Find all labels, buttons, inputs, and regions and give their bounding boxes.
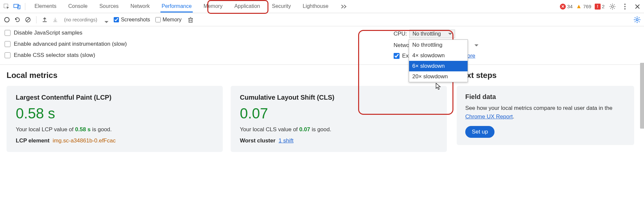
cls-desc-suffix: is good.	[310, 126, 331, 133]
scrollbar-thumb[interactable]	[640, 63, 644, 129]
errors-badge[interactable]: ✕ 34	[560, 4, 573, 10]
warnings-badge[interactable]: ▲ 769	[576, 3, 591, 10]
warning-icon: ▲	[576, 3, 582, 10]
setup-button[interactable]: Set up	[465, 126, 494, 138]
inspect-element-icon[interactable]	[2, 2, 11, 11]
settings-gear-icon[interactable]	[608, 2, 617, 11]
cls-title: Cumulative Layout Shift (CLS)	[240, 94, 438, 101]
disable-js-label: Disable JavaScript samples	[14, 30, 82, 36]
field-data-desc: See how your local metrics compare to re…	[465, 104, 626, 121]
close-icon[interactable]	[633, 2, 642, 11]
cpu-option-4x[interactable]: 4× slowdown	[409, 50, 468, 61]
more-tabs-icon[interactable]	[339, 2, 348, 11]
device-toolbar-icon[interactable]	[12, 2, 22, 11]
svg-point-10	[636, 18, 638, 21]
cpu-option-6x[interactable]: 6× slowdown	[409, 61, 468, 71]
screenshots-checkbox[interactable]: Screenshots	[114, 17, 150, 23]
reload-button[interactable]	[14, 16, 21, 23]
upload-button[interactable]	[41, 16, 48, 23]
kebab-menu-icon[interactable]	[620, 2, 630, 11]
main-content: Local metrics Largest Contentful Paint (…	[0, 65, 644, 158]
enable-css-label: Enable CSS selector stats (slow)	[14, 52, 95, 59]
svg-point-5	[624, 6, 626, 7]
lcp-value: 0.58 s	[16, 105, 214, 122]
error-icon: ✕	[560, 4, 566, 10]
recordings-placeholder: (no recordings)	[64, 17, 97, 22]
issues-count: 2	[602, 4, 605, 9]
disable-js-checkbox[interactable]: Disable JavaScript samples	[5, 30, 127, 36]
checkbox-box[interactable]	[5, 41, 11, 47]
lcp-card: Largest Contentful Paint (LCP) 0.58 s Yo…	[7, 86, 223, 152]
enable-css-checkbox[interactable]: Enable CSS selector stats (slow)	[5, 52, 127, 59]
recordings-dropdown[interactable]: (no recordings)	[62, 15, 110, 24]
tab-lighthouse[interactable]: Lighthouse	[301, 1, 330, 12]
field-data-card: Field data See how your local metrics co…	[457, 86, 634, 145]
screenshots-check-input[interactable]	[114, 17, 119, 22]
lcp-element-line: LCP element img.sc-a34861b-0.efFcac	[16, 137, 214, 144]
clear-button[interactable]	[24, 16, 32, 23]
metric-cards: Largest Contentful Paint (LCP) 0.58 s Yo…	[7, 86, 447, 152]
enable-paint-checkbox[interactable]: Enable advanced paint instrumentation (s…	[5, 41, 127, 47]
cls-worst-line: Worst cluster 1 shift	[240, 137, 438, 144]
field-desc-text: See how your local metrics compare to re…	[465, 105, 612, 111]
network-label: Netwo	[394, 42, 409, 49]
chevron-down-icon	[448, 33, 452, 35]
chevron-down-icon	[104, 21, 108, 23]
errors-count: 34	[567, 4, 573, 9]
lcp-element-label: LCP element	[16, 137, 50, 144]
tab-network[interactable]: Network	[129, 1, 151, 12]
lcp-desc-value: 0.58 s	[75, 126, 91, 133]
divider	[25, 3, 25, 10]
next-steps-section: Next steps Field data See how your local…	[457, 71, 634, 152]
cpu-throttle-row: CPU: No throttling	[394, 30, 478, 38]
svg-point-6	[624, 8, 626, 10]
tab-console[interactable]: Console	[67, 1, 89, 12]
checkbox-box[interactable]	[5, 30, 11, 36]
perf-toolbar: (no recordings) Screenshots Memory	[0, 13, 644, 26]
cls-value: 0.07	[240, 105, 438, 122]
tab-memory[interactable]: Memory	[202, 1, 224, 12]
tab-application[interactable]: Application	[233, 1, 261, 12]
lcp-desc-prefix: Your local LCP value of	[16, 126, 75, 133]
settings-left: Disable JavaScript samples Enable advanc…	[5, 30, 127, 59]
tab-elements[interactable]: Elements	[33, 1, 58, 12]
local-metrics-section: Local metrics Largest Contentful Paint (…	[7, 71, 447, 152]
screenshots-label: Screenshots	[121, 17, 150, 23]
tab-security[interactable]: Security	[270, 1, 292, 12]
issues-badge[interactable]: ! 2	[595, 4, 605, 10]
collect-garbage-icon[interactable]	[187, 16, 194, 23]
lcp-desc-suffix: is good.	[91, 126, 112, 133]
cpu-option-20x[interactable]: 20× slowdown	[409, 71, 468, 82]
local-metrics-title: Local metrics	[7, 71, 447, 80]
tabs-list: Elements Console Sources Network Perform…	[33, 1, 348, 12]
enable-paint-label: Enable advanced paint instrumentation (s…	[14, 41, 127, 47]
cls-shift-link[interactable]: 1 shift	[279, 137, 293, 144]
record-button[interactable]	[3, 16, 11, 23]
tab-sources[interactable]: Sources	[98, 1, 120, 12]
top-right-controls: ✕ 34 ▲ 769 ! 2	[560, 2, 642, 11]
warnings-count: 769	[583, 4, 591, 9]
crux-link[interactable]: Chrome UX Report	[465, 113, 513, 120]
capture-settings-panel: Disable JavaScript samples Enable advanc…	[0, 26, 644, 65]
issue-icon: !	[595, 4, 601, 10]
extensions-label: Ex	[402, 53, 409, 59]
download-button[interactable]	[52, 16, 59, 23]
extensions-checkbox[interactable]	[394, 53, 400, 59]
svg-point-3	[611, 6, 613, 8]
perf-settings-gear-icon[interactable]	[633, 16, 641, 23]
chevron-down-icon	[474, 44, 478, 46]
checkbox-box[interactable]	[5, 52, 11, 58]
cls-desc-value: 0.07	[299, 126, 310, 133]
memory-check-input[interactable]	[155, 17, 161, 22]
tab-performance[interactable]: Performance	[160, 1, 193, 12]
svg-point-4	[624, 4, 626, 5]
cpu-option-no-throttling[interactable]: No throttling	[409, 40, 468, 50]
cpu-throttle-select[interactable]: No throttling	[409, 30, 455, 38]
scrollbar[interactable]	[639, 63, 644, 181]
cpu-throttle-dropdown: No throttling 4× slowdown 6× slowdown 20…	[409, 39, 468, 82]
cls-desc: Your local CLS value of 0.07 is good.	[240, 126, 438, 133]
devtools-tabbar: Elements Console Sources Network Perform…	[0, 0, 644, 13]
memory-checkbox[interactable]: Memory	[155, 17, 182, 23]
lcp-element-value[interactable]: img.sc-a34861b-0.efFcac	[53, 137, 116, 144]
settings-right: CPU: No throttling Netwo Ex n more No th…	[394, 30, 478, 59]
